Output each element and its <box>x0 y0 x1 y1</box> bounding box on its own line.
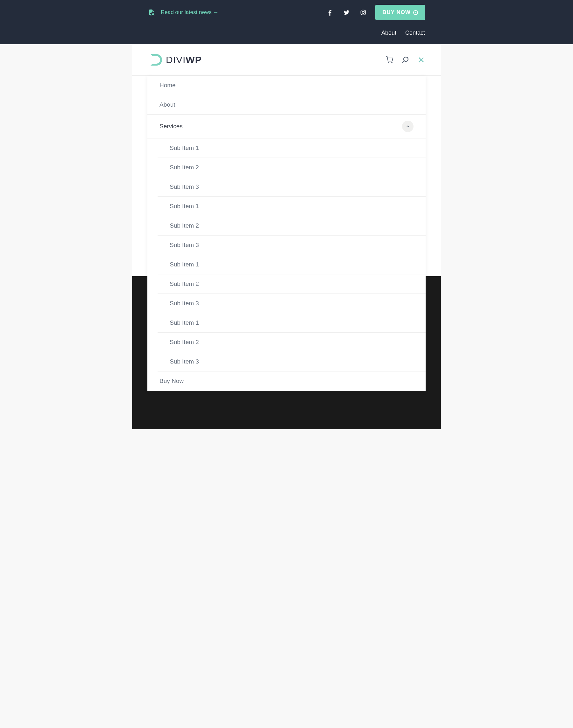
svg-point-6 <box>392 62 392 63</box>
social-icons <box>327 9 366 15</box>
document-search-icon <box>148 9 155 16</box>
menu-item-services[interactable]: Services <box>147 115 426 139</box>
svg-line-8 <box>402 61 404 63</box>
top-link-contact[interactable]: Contact <box>405 30 425 36</box>
menu-item-services-label: Services <box>159 123 183 130</box>
chevron-up-icon <box>406 124 410 128</box>
news-link[interactable]: Read our latest news → <box>148 9 218 16</box>
close-icon[interactable] <box>417 56 425 64</box>
sub-item[interactable]: Sub Item 1 <box>158 313 426 333</box>
sub-item[interactable]: Sub Item 3 <box>158 352 426 371</box>
svg-point-4 <box>364 11 365 11</box>
menu-item-home[interactable]: Home <box>147 76 426 95</box>
circle-chevron-icon: › <box>413 10 418 15</box>
buy-now-label: BUY NOW <box>382 9 411 15</box>
sub-item[interactable]: Sub Item 3 <box>158 177 426 197</box>
sub-item[interactable]: Sub Item 1 <box>158 139 426 158</box>
svg-line-1 <box>154 15 154 15</box>
sub-item[interactable]: Sub Item 2 <box>158 216 426 236</box>
twitter-icon[interactable] <box>344 9 350 15</box>
logo-text: DIVIWP <box>166 54 202 65</box>
svg-point-3 <box>362 11 364 14</box>
cart-icon[interactable] <box>385 56 393 64</box>
sub-item[interactable]: Sub Item 3 <box>158 236 426 255</box>
mobile-menu-panel: Home About Services Sub Item 1 Sub Item … <box>147 76 426 391</box>
main-header: DIVIWP <box>132 44 441 76</box>
services-submenu: Sub Item 1 Sub Item 2 Sub Item 3 Sub Ite… <box>147 139 426 371</box>
news-text: Read our latest news → <box>161 9 218 15</box>
svg-point-5 <box>388 62 389 63</box>
top-link-about[interactable]: About <box>381 30 396 36</box>
buy-now-button[interactable]: BUY NOW › <box>375 5 425 20</box>
logo-mark-icon <box>148 52 163 67</box>
sub-item[interactable]: Sub Item 1 <box>158 255 426 274</box>
sub-item[interactable]: Sub Item 3 <box>158 294 426 313</box>
svg-point-0 <box>152 13 154 15</box>
menu-item-buy-now[interactable]: Buy Now <box>147 371 426 391</box>
sub-item[interactable]: Sub Item 2 <box>158 274 426 294</box>
facebook-icon[interactable] <box>327 9 333 15</box>
top-bar: Read our latest news → <box>0 0 573 44</box>
menu-item-about[interactable]: About <box>147 95 426 115</box>
collapse-button[interactable] <box>402 121 414 132</box>
search-icon[interactable] <box>402 56 409 64</box>
instagram-icon[interactable] <box>360 9 366 15</box>
sub-item[interactable]: Sub Item 1 <box>158 197 426 216</box>
svg-point-7 <box>404 57 408 61</box>
sub-item[interactable]: Sub Item 2 <box>158 333 426 352</box>
sub-item[interactable]: Sub Item 2 <box>158 158 426 177</box>
logo[interactable]: DIVIWP <box>148 52 202 67</box>
